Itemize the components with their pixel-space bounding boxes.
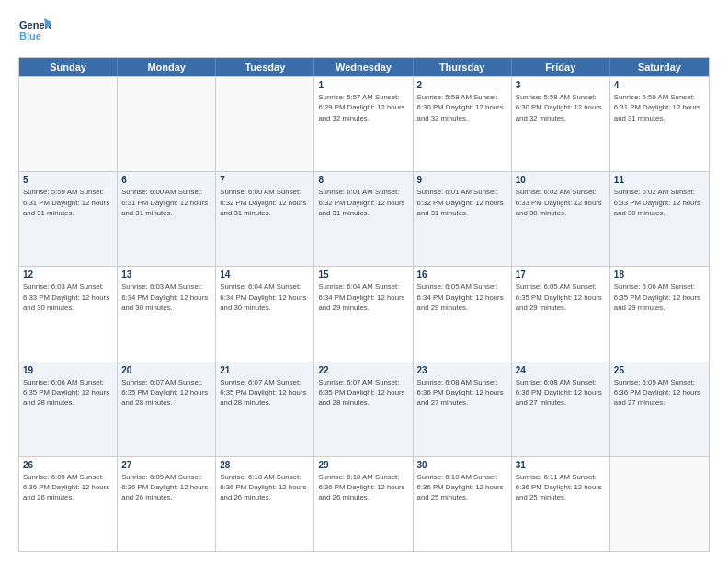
header-day-saturday: Saturday xyxy=(610,58,709,76)
day-number: 30 xyxy=(417,460,507,470)
calendar: SundayMondayTuesdayWednesdayThursdayFrid… xyxy=(18,57,710,552)
day-cell-11: 11Sunrise: 6:02 AM Sunset: 6:33 PM Dayli… xyxy=(610,172,709,266)
day-info: Sunrise: 6:10 AM Sunset: 6:36 PM Dayligh… xyxy=(417,472,507,503)
day-number: 1 xyxy=(318,80,408,90)
day-number: 15 xyxy=(318,270,408,280)
header-day-wednesday: Wednesday xyxy=(314,58,413,76)
day-cell-25: 25Sunrise: 6:09 AM Sunset: 6:36 PM Dayli… xyxy=(610,362,709,456)
empty-cell-0-2 xyxy=(216,77,314,171)
day-number: 22 xyxy=(318,365,408,375)
day-cell-29: 29Sunrise: 6:10 AM Sunset: 6:36 PM Dayli… xyxy=(314,457,413,551)
day-info: Sunrise: 6:02 AM Sunset: 6:33 PM Dayligh… xyxy=(614,187,705,218)
day-cell-28: 28Sunrise: 6:10 AM Sunset: 6:36 PM Dayli… xyxy=(216,457,314,551)
day-cell-1: 1Sunrise: 5:57 AM Sunset: 6:29 PM Daylig… xyxy=(314,77,413,171)
day-cell-13: 13Sunrise: 6:03 AM Sunset: 6:34 PM Dayli… xyxy=(118,267,216,361)
day-info: Sunrise: 6:01 AM Sunset: 6:32 PM Dayligh… xyxy=(318,187,408,218)
day-number: 19 xyxy=(23,365,113,375)
day-number: 20 xyxy=(121,365,211,375)
day-info: Sunrise: 6:03 AM Sunset: 6:33 PM Dayligh… xyxy=(23,282,113,313)
day-number: 3 xyxy=(516,80,606,90)
day-cell-12: 12Sunrise: 6:03 AM Sunset: 6:33 PM Dayli… xyxy=(19,267,118,361)
day-cell-19: 19Sunrise: 6:06 AM Sunset: 6:35 PM Dayli… xyxy=(19,362,118,456)
day-number: 12 xyxy=(23,270,113,280)
day-number: 16 xyxy=(417,270,507,280)
day-cell-6: 6Sunrise: 6:00 AM Sunset: 6:31 PM Daylig… xyxy=(118,172,216,266)
day-info: Sunrise: 6:08 AM Sunset: 6:36 PM Dayligh… xyxy=(417,377,507,408)
day-info: Sunrise: 6:07 AM Sunset: 6:35 PM Dayligh… xyxy=(318,377,408,408)
day-cell-17: 17Sunrise: 6:05 AM Sunset: 6:35 PM Dayli… xyxy=(512,267,610,361)
day-number: 17 xyxy=(516,270,606,280)
calendar-row-3: 19Sunrise: 6:06 AM Sunset: 6:35 PM Dayli… xyxy=(19,362,709,456)
day-info: Sunrise: 6:00 AM Sunset: 6:32 PM Dayligh… xyxy=(220,187,310,218)
day-cell-9: 9Sunrise: 6:01 AM Sunset: 6:32 PM Daylig… xyxy=(414,172,512,266)
day-cell-5: 5Sunrise: 5:59 AM Sunset: 6:31 PM Daylig… xyxy=(19,172,118,266)
day-number: 29 xyxy=(318,460,408,470)
day-number: 6 xyxy=(121,175,211,185)
day-info: Sunrise: 6:02 AM Sunset: 6:33 PM Dayligh… xyxy=(516,187,606,218)
day-info: Sunrise: 6:09 AM Sunset: 6:36 PM Dayligh… xyxy=(121,472,211,503)
day-cell-14: 14Sunrise: 6:04 AM Sunset: 6:34 PM Dayli… xyxy=(216,267,314,361)
day-cell-4: 4Sunrise: 5:59 AM Sunset: 6:31 PM Daylig… xyxy=(610,77,709,171)
calendar-body: 1Sunrise: 5:57 AM Sunset: 6:29 PM Daylig… xyxy=(19,76,709,551)
day-number: 23 xyxy=(417,365,507,375)
day-number: 26 xyxy=(23,460,113,470)
page: General Blue SundayMondayTuesdayWednesda… xyxy=(0,0,728,563)
day-number: 5 xyxy=(23,175,113,185)
day-cell-26: 26Sunrise: 6:09 AM Sunset: 6:36 PM Dayli… xyxy=(19,457,118,551)
day-number: 9 xyxy=(417,175,507,185)
empty-cell-0-1 xyxy=(118,77,216,171)
svg-text:Blue: Blue xyxy=(19,30,41,41)
day-info: Sunrise: 6:04 AM Sunset: 6:34 PM Dayligh… xyxy=(318,282,408,313)
day-info: Sunrise: 5:59 AM Sunset: 6:31 PM Dayligh… xyxy=(614,92,705,123)
day-cell-18: 18Sunrise: 6:06 AM Sunset: 6:35 PM Dayli… xyxy=(610,267,709,361)
day-number: 31 xyxy=(516,460,606,470)
header-day-friday: Friday xyxy=(512,58,610,76)
day-info: Sunrise: 6:08 AM Sunset: 6:36 PM Dayligh… xyxy=(516,377,606,408)
logo: General Blue xyxy=(18,15,51,48)
day-info: Sunrise: 6:09 AM Sunset: 6:36 PM Dayligh… xyxy=(23,472,113,503)
day-cell-27: 27Sunrise: 6:09 AM Sunset: 6:36 PM Dayli… xyxy=(118,457,216,551)
day-cell-15: 15Sunrise: 6:04 AM Sunset: 6:34 PM Dayli… xyxy=(314,267,413,361)
day-info: Sunrise: 5:58 AM Sunset: 6:30 PM Dayligh… xyxy=(417,92,507,123)
header-day-tuesday: Tuesday xyxy=(216,58,314,76)
day-info: Sunrise: 6:03 AM Sunset: 6:34 PM Dayligh… xyxy=(121,282,211,313)
day-number: 18 xyxy=(614,270,705,280)
empty-cell-4-6 xyxy=(610,457,709,551)
day-cell-31: 31Sunrise: 6:11 AM Sunset: 6:36 PM Dayli… xyxy=(512,457,610,551)
day-cell-10: 10Sunrise: 6:02 AM Sunset: 6:33 PM Dayli… xyxy=(512,172,610,266)
day-info: Sunrise: 6:09 AM Sunset: 6:36 PM Dayligh… xyxy=(614,377,705,408)
day-cell-7: 7Sunrise: 6:00 AM Sunset: 6:32 PM Daylig… xyxy=(216,172,314,266)
day-number: 11 xyxy=(614,175,705,185)
day-info: Sunrise: 6:05 AM Sunset: 6:35 PM Dayligh… xyxy=(516,282,606,313)
day-number: 10 xyxy=(516,175,606,185)
day-cell-20: 20Sunrise: 6:07 AM Sunset: 6:35 PM Dayli… xyxy=(118,362,216,456)
day-info: Sunrise: 6:06 AM Sunset: 6:35 PM Dayligh… xyxy=(23,377,113,408)
day-number: 4 xyxy=(614,80,705,90)
day-cell-3: 3Sunrise: 5:58 AM Sunset: 6:30 PM Daylig… xyxy=(512,77,610,171)
day-cell-2: 2Sunrise: 5:58 AM Sunset: 6:30 PM Daylig… xyxy=(414,77,512,171)
header-day-sunday: Sunday xyxy=(19,58,118,76)
day-info: Sunrise: 6:00 AM Sunset: 6:31 PM Dayligh… xyxy=(121,187,211,218)
day-number: 7 xyxy=(220,175,310,185)
header-day-thursday: Thursday xyxy=(414,58,512,76)
day-info: Sunrise: 5:59 AM Sunset: 6:31 PM Dayligh… xyxy=(23,187,113,218)
day-cell-22: 22Sunrise: 6:07 AM Sunset: 6:35 PM Dayli… xyxy=(314,362,413,456)
day-info: Sunrise: 6:10 AM Sunset: 6:36 PM Dayligh… xyxy=(220,472,310,503)
day-cell-23: 23Sunrise: 6:08 AM Sunset: 6:36 PM Dayli… xyxy=(414,362,512,456)
day-number: 13 xyxy=(121,270,211,280)
logo-icon: General Blue xyxy=(18,15,51,48)
day-number: 28 xyxy=(220,460,310,470)
day-number: 2 xyxy=(417,80,507,90)
day-number: 21 xyxy=(220,365,310,375)
day-number: 27 xyxy=(121,460,211,470)
day-info: Sunrise: 6:01 AM Sunset: 6:32 PM Dayligh… xyxy=(417,187,507,218)
empty-cell-0-0 xyxy=(19,77,118,171)
calendar-row-1: 5Sunrise: 5:59 AM Sunset: 6:31 PM Daylig… xyxy=(19,171,709,266)
header: General Blue xyxy=(18,15,710,48)
calendar-row-2: 12Sunrise: 6:03 AM Sunset: 6:33 PM Dayli… xyxy=(19,266,709,361)
calendar-row-4: 26Sunrise: 6:09 AM Sunset: 6:36 PM Dayli… xyxy=(19,456,709,551)
day-number: 8 xyxy=(318,175,408,185)
day-info: Sunrise: 5:58 AM Sunset: 6:30 PM Dayligh… xyxy=(516,92,606,123)
day-info: Sunrise: 6:10 AM Sunset: 6:36 PM Dayligh… xyxy=(318,472,408,503)
day-info: Sunrise: 6:11 AM Sunset: 6:36 PM Dayligh… xyxy=(516,472,606,503)
